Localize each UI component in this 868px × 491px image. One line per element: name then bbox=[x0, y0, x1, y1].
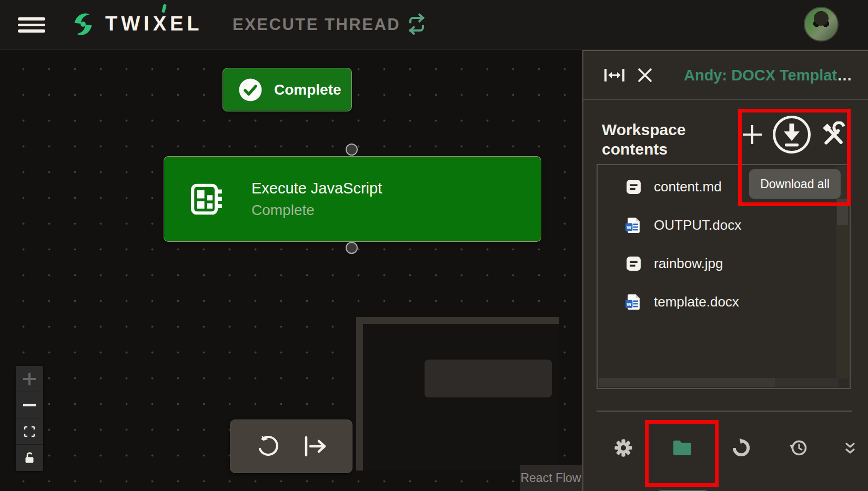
resize-horizontal-icon bbox=[602, 67, 627, 84]
thread-panel-title-ellipsis: … bbox=[837, 67, 852, 84]
react-flow-attribution[interactable]: React Flow bbox=[520, 465, 582, 491]
workspace-contents-heading: Workspace contents bbox=[602, 120, 715, 159]
minimap[interactable] bbox=[356, 317, 559, 470]
canvas-controls bbox=[16, 366, 43, 471]
sidebar-tabbar bbox=[583, 419, 868, 491]
plus-icon bbox=[741, 124, 763, 146]
repeat-icon[interactable] bbox=[405, 13, 428, 36]
rerun-button[interactable] bbox=[255, 434, 279, 458]
thread-sidebar: Andy: DOCX Templat… Workspace contents bbox=[582, 50, 868, 491]
tab-files[interactable] bbox=[672, 438, 693, 457]
execute-javascript-node[interactable]: Execute JavaScript Complete bbox=[164, 156, 541, 242]
word-document-icon: w bbox=[625, 217, 642, 234]
lock-button[interactable] bbox=[16, 445, 43, 471]
thread-panel-title-text: Andy: DOCX Templat bbox=[684, 67, 837, 84]
thread-panel-title: Andy: DOCX Templat… bbox=[684, 67, 863, 84]
sidebar-divider bbox=[597, 411, 852, 412]
step-forward-button[interactable] bbox=[302, 434, 328, 458]
vertical-scrollbar-thumb[interactable] bbox=[837, 199, 848, 225]
svg-text:w: w bbox=[626, 301, 631, 307]
step-forward-icon bbox=[302, 434, 328, 458]
file-name-label: rainbow.jpg bbox=[654, 255, 723, 272]
download-circle-icon bbox=[772, 115, 811, 154]
hamburger-icon bbox=[18, 17, 45, 21]
file-name-label: template.docx bbox=[654, 294, 739, 310]
double-chevron-down-icon bbox=[843, 442, 857, 456]
close-panel-button[interactable] bbox=[636, 66, 654, 84]
unlock-icon bbox=[24, 452, 35, 464]
horizontal-scrollbar-thumb[interactable] bbox=[599, 378, 775, 387]
fit-view-icon bbox=[23, 425, 36, 438]
file-row[interactable]: w template.docx bbox=[598, 288, 829, 316]
file-name-label: OUTPUT.docx bbox=[654, 217, 741, 233]
sync-icon bbox=[731, 438, 751, 458]
close-icon bbox=[636, 66, 654, 84]
minimap-viewport bbox=[363, 324, 559, 470]
node-status: Complete bbox=[251, 202, 382, 219]
sidebar-header: Andy: DOCX Templat… bbox=[583, 51, 868, 100]
thread-title: EXECUTE THREAD bbox=[233, 15, 400, 34]
tab-history[interactable] bbox=[788, 438, 809, 458]
tab-sync[interactable] bbox=[731, 438, 751, 458]
logo-i-accent bbox=[162, 4, 167, 13]
document-icon bbox=[625, 178, 642, 196]
menu-button[interactable] bbox=[18, 14, 47, 35]
history-icon bbox=[788, 438, 809, 458]
node-handle-bottom[interactable] bbox=[346, 242, 358, 254]
tab-more-chevrons[interactable] bbox=[843, 442, 857, 456]
rotate-ccw-icon bbox=[255, 434, 279, 458]
minus-icon bbox=[23, 404, 36, 406]
file-row[interactable]: rainbow.jpg bbox=[598, 249, 829, 278]
workspace-tools-button[interactable] bbox=[820, 121, 846, 148]
node-title: Execute JavaScript bbox=[251, 180, 382, 197]
avatar[interactable] bbox=[804, 7, 839, 42]
app-window: TWIXEL EXECUTE THREAD Complete bbox=[0, 0, 868, 491]
zoom-out-button[interactable] bbox=[16, 392, 43, 418]
tools-icon bbox=[820, 121, 846, 148]
fit-view-button[interactable] bbox=[16, 418, 43, 445]
status-badge-node[interactable]: Complete bbox=[223, 68, 352, 111]
app-wordmark: TWIXEL bbox=[105, 13, 203, 35]
status-badge-label: Complete bbox=[274, 81, 341, 98]
file-name-label: content.md bbox=[654, 179, 722, 195]
zoom-in-button[interactable] bbox=[16, 366, 43, 392]
plus-icon bbox=[23, 373, 36, 385]
run-toolbar bbox=[230, 420, 352, 473]
app-header: TWIXEL EXECUTE THREAD bbox=[0, 0, 868, 50]
file-row[interactable]: w OUTPUT.docx bbox=[598, 211, 829, 239]
minimap-node bbox=[425, 360, 552, 397]
svg-text:w: w bbox=[626, 224, 631, 230]
document-icon bbox=[625, 255, 642, 272]
horizontal-scrollbar[interactable] bbox=[599, 378, 839, 387]
node-handle-top[interactable] bbox=[346, 144, 358, 156]
check-circle-icon bbox=[238, 78, 263, 102]
folder-icon bbox=[672, 438, 693, 457]
add-file-button[interactable] bbox=[741, 124, 763, 146]
flow-canvas[interactable]: Complete Execute JavaScript Complete bbox=[0, 50, 582, 491]
resize-panel-button[interactable] bbox=[602, 67, 627, 84]
download-all-button[interactable] bbox=[772, 115, 811, 154]
twixel-logo-icon bbox=[72, 9, 95, 39]
gear-icon bbox=[613, 438, 633, 458]
tab-settings[interactable] bbox=[613, 438, 633, 458]
workspace-actions bbox=[741, 109, 852, 159]
javascript-node-icon bbox=[189, 181, 225, 217]
word-document-icon: w bbox=[625, 293, 642, 311]
download-all-tooltip: Download all bbox=[749, 169, 841, 199]
